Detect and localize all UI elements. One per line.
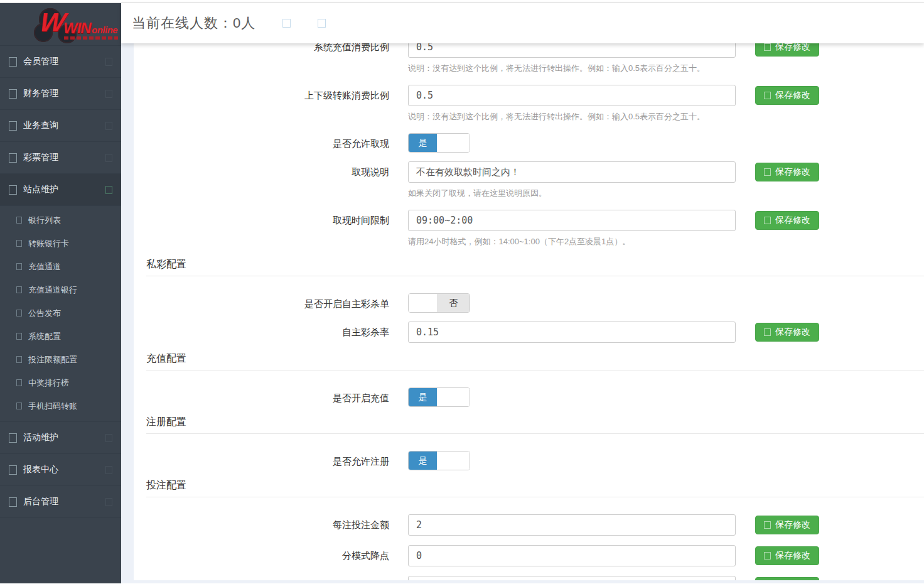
- text-input-厘模式降点[interactable]: [408, 576, 736, 580]
- submenu-item-label: 银行列表: [28, 215, 61, 226]
- sidebar-subitem-转账银行卡[interactable]: 转账银行卡: [0, 232, 121, 255]
- sidebar-subitem-公告发布[interactable]: 公告发布: [0, 301, 121, 325]
- submenu-item-icon: [16, 379, 22, 386]
- submenu-item-label: 中奖排行榜: [28, 377, 69, 389]
- save-button-label: 保存修改: [775, 166, 810, 178]
- save-button-label: 保存修改: [775, 519, 810, 531]
- submenu-item-icon: [16, 217, 22, 224]
- menu-item-label: 后台管理: [23, 496, 105, 507]
- sidebar-item-彩票管理[interactable]: 彩票管理: [0, 142, 121, 174]
- sidebar-subitem-投注限额配置[interactable]: 投注限额配置: [0, 348, 121, 371]
- sidebar-item-财务管理[interactable]: 财务管理: [0, 78, 121, 110]
- sidebar-item-后台管理[interactable]: 后台管理: [0, 486, 121, 518]
- save-button[interactable]: 保存修改: [755, 43, 819, 57]
- field-label: 自主彩杀率: [146, 322, 389, 338]
- sidebar-subitem-充值通道银行[interactable]: 充值通道银行: [0, 278, 121, 301]
- sidebar-submenu: 银行列表转账银行卡充值通道充值通道银行公告发布系统配置投注限额配置中奖排行榜手机…: [0, 206, 121, 422]
- field-control: 请用24小时格式，例如：14:00~1:00（下午2点至凌晨1点）。: [408, 210, 736, 247]
- form-row: 系统充值消费比例说明：没有达到这个比例，将无法进行转出操作。例如：输入0.5表示…: [146, 43, 924, 74]
- sidebar-subitem-系统配置[interactable]: 系统配置: [0, 325, 121, 348]
- toggle-switch-是否开启自主彩杀单[interactable]: 否: [408, 293, 470, 313]
- save-button[interactable]: 保存修改: [755, 86, 819, 105]
- save-button[interactable]: 保存修改: [755, 546, 819, 565]
- chevron-icon: [105, 434, 112, 442]
- submenu-item-icon: [16, 263, 22, 270]
- text-input-系统充值消费比例[interactable]: [408, 43, 736, 58]
- sidebar-subitem-手机扫码转账[interactable]: 手机扫码转账: [0, 394, 121, 418]
- sidebar-subitem-银行列表[interactable]: 银行列表: [0, 208, 121, 232]
- sidebar-item-业务查询[interactable]: 业务查询: [0, 110, 121, 142]
- chevron-icon: [105, 58, 112, 66]
- toggle-on-segment: 是: [409, 452, 437, 470]
- submenu-item-icon: [16, 333, 22, 340]
- field-control: 否: [408, 293, 470, 313]
- form-row: 是否允许取现是: [146, 133, 924, 153]
- sidebar-item-活动维护[interactable]: 活动维护: [0, 422, 121, 454]
- text-input-取现时间限制[interactable]: [408, 210, 736, 231]
- menu-item-icon: [9, 497, 17, 507]
- menu-item-icon: [9, 57, 17, 67]
- text-input-自主彩杀率[interactable]: [408, 322, 736, 343]
- submenu-item-icon: [16, 240, 22, 247]
- header-icon-placeholder[interactable]: [282, 19, 291, 28]
- save-button-label: 保存修改: [775, 90, 810, 101]
- chevron-icon: [105, 466, 112, 474]
- sidebar-item-报表中心[interactable]: 报表中心: [0, 454, 121, 486]
- section-header: 充值配置: [146, 352, 924, 370]
- menu-item-label: 报表中心: [23, 464, 105, 475]
- text-input-上下级转账消费比例[interactable]: [408, 85, 736, 106]
- text-input-每注投注金额[interactable]: [408, 514, 736, 536]
- save-icon: [764, 217, 771, 224]
- section-title: 充值配置: [146, 353, 186, 364]
- field-label: 厘模式降点: [146, 576, 389, 580]
- top-header: 当前在线人数：0人: [121, 3, 924, 43]
- chevron-icon: [105, 154, 112, 162]
- toggle-switch-是否允许取现[interactable]: 是: [408, 133, 470, 153]
- text-input-分模式降点[interactable]: [408, 545, 736, 566]
- menu-item-icon: [9, 185, 17, 195]
- menu-item-label: 业务查询: [23, 120, 105, 131]
- form-row: 自主彩杀率保存修改: [146, 322, 924, 343]
- field-label: 取现时间限制: [146, 210, 389, 227]
- field-label: 上下级转账消费比例: [146, 85, 389, 102]
- submenu-item-label: 投注限额配置: [28, 354, 77, 365]
- submenu-item-icon: [16, 286, 22, 293]
- submenu-item-label: 公告发布: [28, 308, 61, 319]
- save-button[interactable]: 保存修改: [755, 323, 819, 342]
- logo-win-text: WIN: [63, 19, 91, 37]
- field-control: [408, 545, 736, 566]
- menu-item-icon: [9, 153, 17, 163]
- save-button-label: 保存修改: [775, 550, 810, 561]
- sidebar-item-会员管理[interactable]: 会员管理: [0, 46, 121, 78]
- section-title: 私彩配置: [146, 259, 186, 269]
- section-header: 私彩配置: [146, 258, 924, 276]
- menu-item-icon: [9, 465, 17, 475]
- help-text: 说明：没有达到这个比例，将无法进行转出操作。例如：输入0.5表示百分之五十。: [408, 63, 736, 74]
- save-icon: [764, 168, 771, 176]
- save-icon: [764, 43, 771, 51]
- field-control: [408, 576, 736, 580]
- save-icon: [764, 92, 771, 99]
- field-label: 系统充值消费比例: [146, 43, 389, 53]
- section-header: 注册配置: [146, 416, 924, 434]
- save-button[interactable]: 保存修改: [755, 211, 819, 230]
- sidebar-subitem-充值通道[interactable]: 充值通道: [0, 255, 121, 278]
- sidebar-item-站点维护[interactable]: 站点维护: [0, 174, 121, 206]
- menu-item-label: 会员管理: [23, 56, 105, 67]
- save-button-label: 保存修改: [775, 215, 810, 226]
- toggle-switch-是否开启充值[interactable]: 是: [408, 387, 470, 407]
- form-row: 取现时间限制请用24小时格式，例如：14:00~1:00（下午2点至凌晨1点）。…: [146, 210, 924, 247]
- save-button[interactable]: 保存修改: [755, 577, 819, 580]
- header-icon-placeholder[interactable]: [318, 19, 326, 28]
- save-button[interactable]: 保存修改: [755, 163, 819, 181]
- save-icon: [764, 521, 771, 529]
- field-control: [408, 322, 736, 343]
- text-input-取现说明[interactable]: [408, 161, 736, 183]
- save-button-label: 保存修改: [775, 43, 810, 53]
- sidebar-subitem-中奖排行榜[interactable]: 中奖排行榜: [0, 371, 121, 394]
- toggle-switch-是否允许注册[interactable]: 是: [408, 451, 470, 470]
- save-icon: [764, 552, 771, 560]
- menu-item-label: 财务管理: [23, 88, 105, 99]
- save-button[interactable]: 保存修改: [755, 516, 819, 534]
- form-row: 每注投注金额保存修改: [146, 514, 924, 536]
